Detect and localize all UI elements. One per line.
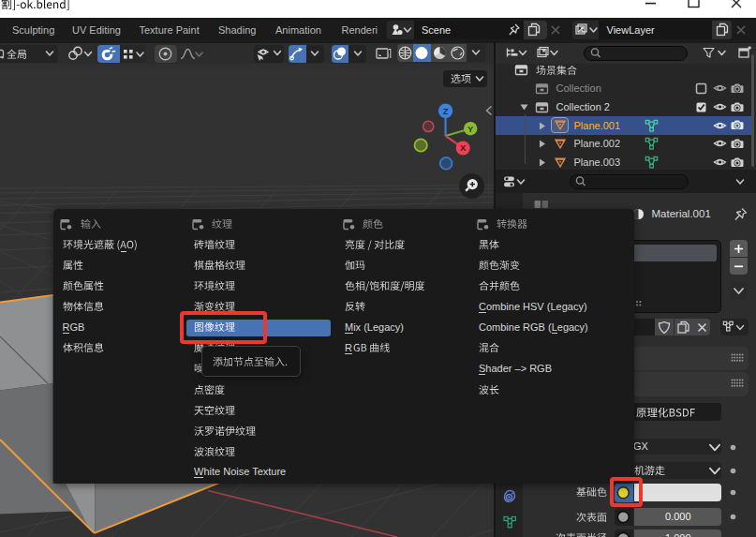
- svg-text:Y: Y: [467, 124, 474, 134]
- svg-text:Z: Z: [443, 106, 449, 116]
- svg-text:X: X: [460, 142, 467, 153]
